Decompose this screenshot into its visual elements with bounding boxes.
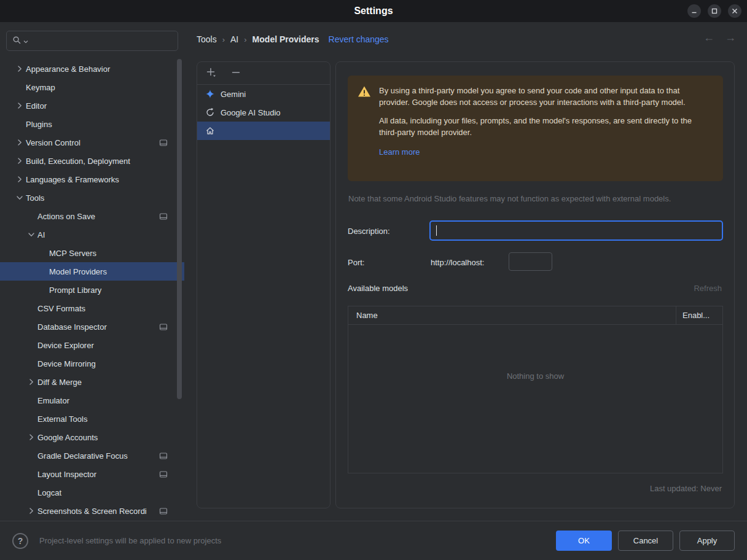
sidebar-item-model-providers[interactable]: Model Providers	[0, 262, 184, 281]
sidebar-item-diff-merge[interactable]: Diff & Merge	[0, 373, 184, 391]
sidebar-item-build-execution-deployment[interactable]: Build, Execution, Deployment	[0, 152, 184, 170]
port-label: Port:	[348, 258, 364, 267]
close-button[interactable]	[728, 4, 741, 18]
sidebar-item-external-tools[interactable]: External Tools	[0, 410, 184, 428]
sidebar-item-device-mirroring[interactable]: Device Mirroring	[0, 354, 184, 373]
gemini-icon	[205, 89, 215, 99]
sidebar-item-plugins[interactable]: Plugins	[0, 115, 184, 133]
history-navigation: ← →	[703, 32, 736, 43]
column-header-enabled[interactable]: Enabl...	[676, 306, 722, 324]
maximize-button[interactable]	[708, 4, 721, 18]
sidebar-item-languages-frameworks[interactable]: Languages & Frameworks	[0, 170, 184, 189]
provider-item-new[interactable]	[197, 122, 330, 140]
sidebar-item-label: Plugins	[26, 120, 52, 129]
sidebar-item-label: Google Accounts	[37, 433, 98, 442]
settings-tree: Appearance & BehaviorKeymapEditorPlugins…	[0, 60, 184, 521]
sidebar-item-device-explorer[interactable]: Device Explorer	[0, 336, 184, 354]
sidebar-item-tools[interactable]: Tools	[0, 189, 184, 207]
remove-provider-button[interactable]	[229, 66, 243, 80]
chevron-spacer	[37, 266, 49, 276]
chevron-down-icon[interactable]	[25, 230, 37, 239]
description-label: Description:	[348, 227, 390, 236]
sidebar-item-label: Languages & Frameworks	[26, 175, 119, 184]
revert-changes-link[interactable]: Revert changes	[329, 34, 389, 44]
ok-button[interactable]: OK	[556, 531, 612, 551]
sidebar-item-csv-formats[interactable]: CSV Formats	[0, 299, 184, 317]
sidebar-item-ai[interactable]: AI	[0, 225, 184, 244]
provider-item-google-ai-studio[interactable]: Google AI Studio	[197, 103, 330, 122]
add-provider-button[interactable]	[205, 66, 218, 80]
breadcrumb-item-model-providers: Model Providers	[252, 34, 319, 44]
help-button[interactable]: ?	[12, 533, 28, 549]
sidebar-item-appearance-behavior[interactable]: Appearance & Behavior	[0, 60, 184, 78]
chevron-down-icon[interactable]	[14, 193, 26, 203]
chevron-right-icon[interactable]	[14, 174, 26, 184]
provider-item-gemini[interactable]: Gemini	[197, 85, 330, 103]
apply-button[interactable]: Apply	[679, 531, 735, 551]
warning-icon	[358, 85, 371, 181]
cancel-button[interactable]: Cancel	[618, 531, 673, 551]
sidebar-item-label: Device Explorer	[37, 341, 94, 350]
description-input[interactable]	[429, 220, 723, 241]
learn-more-link[interactable]: Learn more	[379, 146, 420, 158]
provider-list: GeminiGoogle AI Studio	[197, 85, 330, 140]
minimize-button[interactable]	[687, 4, 701, 18]
breadcrumb-item-ai[interactable]: AI	[230, 34, 238, 44]
window-title: Settings	[354, 6, 393, 17]
sidebar-item-version-control[interactable]: Version Control	[0, 133, 184, 152]
sidebar-item-keymap[interactable]: Keymap	[0, 78, 184, 96]
chevron-spacer	[25, 211, 37, 221]
sidebar-item-label: Layout Inspector	[37, 470, 96, 479]
warning-paragraph: All data, including your files, prompts,…	[379, 115, 711, 138]
sidebar-item-label: Diff & Merge	[37, 378, 82, 387]
chevron-spacer	[25, 303, 37, 313]
sidebar-item-mcp-servers[interactable]: MCP Servers	[0, 244, 184, 262]
back-icon[interactable]: ←	[703, 32, 714, 43]
sidebar-item-screenshots-screen-recordi[interactable]: Screenshots & Screen Recordi	[0, 502, 184, 520]
chevron-spacer	[25, 451, 37, 461]
sidebar-item-prompt-library[interactable]: Prompt Library	[0, 281, 184, 299]
search-history-chevron-icon	[23, 36, 28, 45]
sidebar-item-google-accounts[interactable]: Google Accounts	[0, 428, 184, 446]
breadcrumb-item-tools[interactable]: Tools	[197, 34, 217, 44]
ai-studio-icon	[205, 107, 215, 117]
chevron-right-icon[interactable]	[25, 377, 37, 387]
forward-icon[interactable]: →	[725, 32, 736, 43]
chevron-right-icon[interactable]	[14, 64, 26, 74]
port-input[interactable]	[509, 252, 552, 271]
sidebar-item-gradle-declarative-focus[interactable]: Gradle Declarative Focus	[0, 446, 184, 465]
home-icon	[205, 126, 215, 136]
chevron-right-icon[interactable]	[14, 156, 26, 166]
project-level-icon	[159, 507, 168, 515]
chevron-spacer	[25, 395, 37, 405]
providers-toolbar	[197, 62, 330, 85]
sidebar-item-label: Editor	[26, 101, 47, 111]
sidebar-item-database-inspector[interactable]: Database Inspector	[0, 317, 184, 336]
chevron-right-icon[interactable]	[25, 432, 37, 442]
project-level-icon	[159, 212, 168, 220]
chevron-right-icon[interactable]	[14, 101, 26, 111]
sidebar-item-editor[interactable]: Editor	[0, 96, 184, 115]
refresh-button[interactable]: Refresh	[694, 284, 722, 293]
sidebar-item-emulator[interactable]: Emulator	[0, 391, 184, 410]
project-level-icon	[159, 323, 168, 331]
titlebar: Settings	[0, 0, 747, 22]
chevron-right-icon[interactable]	[25, 506, 37, 516]
chevron-spacer	[37, 285, 49, 295]
column-header-name[interactable]: Name	[348, 306, 676, 324]
footer-buttons: OK Cancel Apply	[556, 531, 735, 551]
chevron-right-icon[interactable]	[14, 138, 26, 147]
chevron-spacer	[25, 322, 37, 332]
sidebar-item-actions-on-save[interactable]: Actions on Save	[0, 207, 184, 225]
settings-search-box[interactable]	[6, 31, 178, 51]
sidebar-item-layout-inspector[interactable]: Layout Inspector	[0, 465, 184, 483]
breadcrumb: Tools › AI › Model Providers Revert chan…	[197, 31, 389, 48]
sidebar-scrollbar[interactable]	[177, 59, 182, 399]
sidebar-item-label: Tools	[26, 193, 44, 203]
settings-sidebar: Appearance & BehaviorKeymapEditorPlugins…	[0, 22, 184, 521]
sidebar-item-logcat[interactable]: Logcat	[0, 483, 184, 502]
close-icon	[732, 7, 738, 16]
sidebar-item-label: External Tools	[37, 414, 87, 424]
search-input[interactable]	[30, 36, 172, 45]
table-empty-text: Nothing to show	[348, 371, 722, 381]
